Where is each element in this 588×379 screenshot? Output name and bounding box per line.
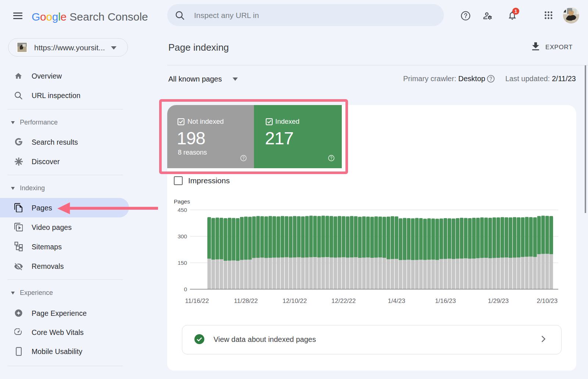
svg-text:Pages: Pages — [174, 198, 190, 205]
svg-text:1/16/23: 1/16/23 — [435, 297, 456, 304]
svg-text:1/29/23: 1/29/23 — [488, 297, 509, 304]
svg-text:300: 300 — [178, 233, 187, 239]
svg-text:1/4/23: 1/4/23 — [388, 297, 405, 304]
svg-text:11/16/22: 11/16/22 — [185, 297, 209, 304]
svg-text:2/10/23: 2/10/23 — [537, 297, 558, 304]
svg-text:12/22/22: 12/22/22 — [331, 297, 356, 304]
svg-text:0: 0 — [184, 286, 187, 292]
svg-text:450: 450 — [178, 207, 187, 213]
svg-text:150: 150 — [178, 260, 187, 266]
svg-text:12/10/22: 12/10/22 — [283, 297, 307, 304]
svg-text:11/28/22: 11/28/22 — [234, 297, 258, 304]
